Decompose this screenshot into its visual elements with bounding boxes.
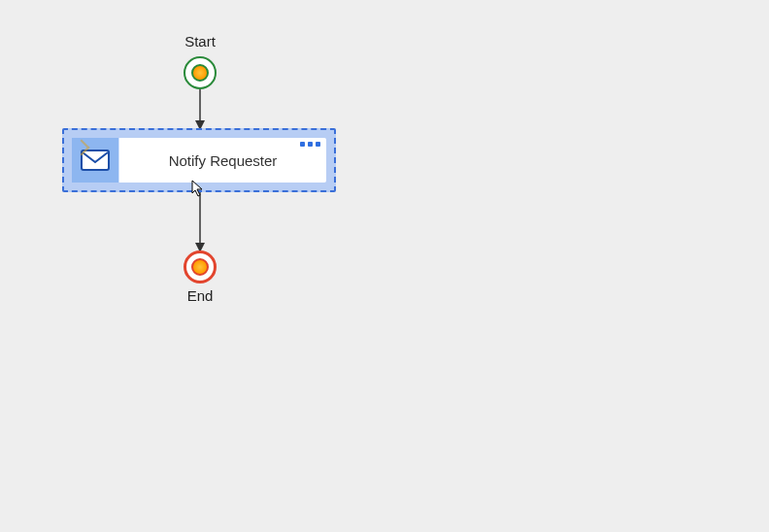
mail-icon	[72, 138, 119, 183]
svg-rect-2	[82, 150, 109, 170]
edge-activity-to-end[interactable]	[198, 192, 202, 256]
activity-title: Notify Requester	[119, 152, 326, 169]
activity-menu-button[interactable]	[300, 142, 320, 147]
activity-body: Notify Requester	[72, 138, 326, 183]
ellipsis-dot	[300, 142, 305, 147]
end-event-token	[191, 258, 209, 276]
workflow-canvas[interactable]: Start Notify Requester	[0, 0, 769, 532]
start-event[interactable]	[184, 56, 217, 89]
ellipsis-dot	[308, 142, 313, 147]
start-event-token	[191, 64, 209, 82]
activity-notify-requester[interactable]: Notify Requester	[62, 128, 336, 192]
start-event-label: Start	[171, 33, 229, 50]
ellipsis-dot	[316, 142, 320, 147]
end-event[interactable]	[184, 250, 217, 283]
end-event-label: End	[171, 287, 229, 304]
